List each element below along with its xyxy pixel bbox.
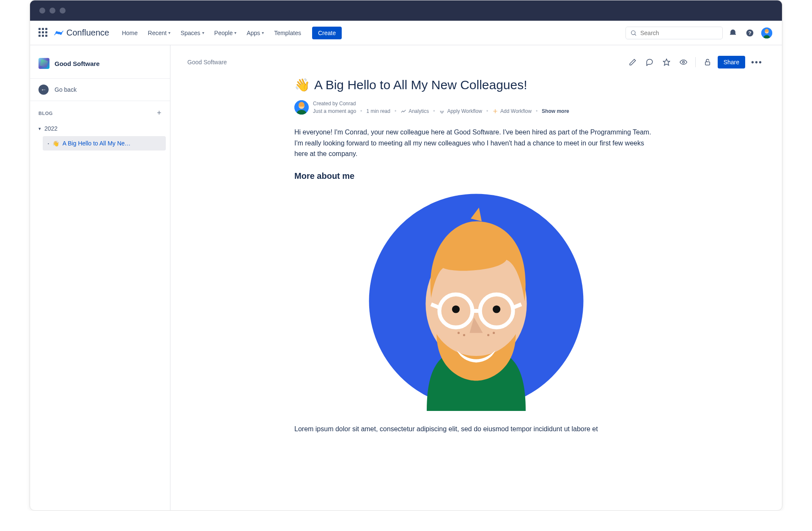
svg-point-0: [631, 30, 635, 34]
space-name: Good Software: [55, 60, 100, 67]
profile-avatar[interactable]: [760, 26, 774, 40]
chevron-down-icon: ▾: [168, 30, 170, 35]
top-nav: Confluence Home Recent▾ Spaces▾ People▾ …: [30, 21, 782, 45]
svg-text:?: ?: [748, 30, 751, 36]
bullet-icon: •: [48, 142, 49, 145]
svg-line-1: [635, 34, 636, 35]
nav-home[interactable]: Home: [118, 27, 142, 39]
nav-spaces[interactable]: Spaces▾: [176, 27, 208, 39]
confluence-logo[interactable]: Confluence: [54, 28, 109, 38]
analytics-link[interactable]: Analytics: [401, 107, 429, 115]
tree-page-current[interactable]: • 👋 A Big Hello to All My Ne…: [43, 136, 166, 151]
create-button[interactable]: Create: [312, 27, 342, 39]
svg-point-14: [493, 305, 500, 313]
wave-icon: 👋: [294, 77, 310, 92]
nav-people[interactable]: People▾: [210, 27, 241, 39]
divider: [695, 57, 696, 67]
page-title: 👋 A Big Hello to All My New Colleagues!: [294, 77, 658, 92]
intro-paragraph: Hi everyone! I'm Conrad, your new collea…: [294, 127, 658, 159]
edit-icon[interactable]: [626, 55, 639, 69]
product-name: Confluence: [66, 28, 109, 38]
workflow-icon: [439, 108, 445, 114]
show-more-link[interactable]: Show more: [542, 107, 569, 115]
chevron-down-icon: ▾: [38, 126, 41, 131]
apply-workflow-link[interactable]: Apply Workflow: [439, 107, 482, 115]
section-heading: More about me: [294, 171, 658, 181]
restrictions-icon[interactable]: [701, 55, 714, 69]
author-avatar[interactable]: [294, 100, 309, 115]
add-blog-icon[interactable]: +: [157, 109, 162, 118]
sidebar: Good Software ← Go back BLOG + ▾ 2022 • …: [30, 45, 170, 510]
svg-marker-6: [663, 59, 669, 66]
space-header[interactable]: Good Software: [30, 52, 170, 75]
more-actions-icon[interactable]: •••: [749, 57, 765, 67]
share-button[interactable]: Share: [718, 56, 745, 68]
svg-point-23: [493, 332, 495, 334]
star-icon[interactable]: [660, 55, 673, 69]
search-box[interactable]: [625, 27, 723, 39]
chevron-down-icon: ▾: [202, 30, 204, 35]
window-titlebar: [30, 0, 782, 21]
byline: Created by Conrad Just a moment ago • 1 …: [294, 100, 658, 115]
tree-year[interactable]: ▾ 2022: [30, 122, 170, 135]
space-icon: [38, 58, 49, 69]
main-content: Good Software Share ••• 👋 A Big Hello to…: [170, 45, 782, 510]
search-icon: [630, 30, 637, 36]
confluence-icon: [54, 28, 64, 38]
search-input[interactable]: [640, 30, 718, 36]
traffic-maximize[interactable]: [60, 8, 66, 14]
add-workflow-link[interactable]: Add Workflow: [492, 107, 532, 115]
nav-apps[interactable]: Apps▾: [242, 27, 268, 39]
chevron-down-icon: ▾: [234, 30, 236, 35]
add-workflow-icon: [492, 108, 498, 114]
go-back[interactable]: ← Go back: [30, 78, 170, 101]
wave-icon: 👋: [52, 140, 59, 147]
notifications-icon[interactable]: [726, 26, 740, 40]
back-arrow-icon: ←: [38, 85, 49, 95]
breadcrumb[interactable]: Good Software: [187, 59, 227, 66]
nav-recent[interactable]: Recent▾: [144, 27, 175, 39]
svg-point-13: [452, 305, 460, 313]
svg-point-22: [487, 334, 489, 336]
timestamp: Just a moment ago: [313, 107, 356, 115]
comment-icon[interactable]: [643, 55, 656, 69]
help-icon[interactable]: ?: [743, 26, 757, 40]
app-switcher-icon[interactable]: [38, 28, 49, 38]
svg-point-20: [458, 332, 460, 334]
svg-point-7: [682, 61, 684, 63]
lorem-paragraph: Lorem ipsum dolor sit amet, consectetur …: [294, 424, 658, 435]
analytics-icon: [401, 108, 406, 114]
created-by: Created by Conrad: [313, 100, 569, 107]
svg-point-21: [463, 334, 465, 336]
profile-illustration: [366, 191, 586, 411]
read-time: 1 min read: [366, 107, 390, 115]
chevron-down-icon: ▾: [262, 30, 264, 35]
svg-rect-8: [705, 62, 710, 65]
traffic-minimize[interactable]: [49, 8, 55, 14]
traffic-close[interactable]: [39, 8, 45, 14]
watch-icon[interactable]: [677, 55, 690, 69]
sidebar-section-blog: BLOG +: [30, 101, 170, 122]
nav-templates[interactable]: Templates: [270, 27, 305, 39]
